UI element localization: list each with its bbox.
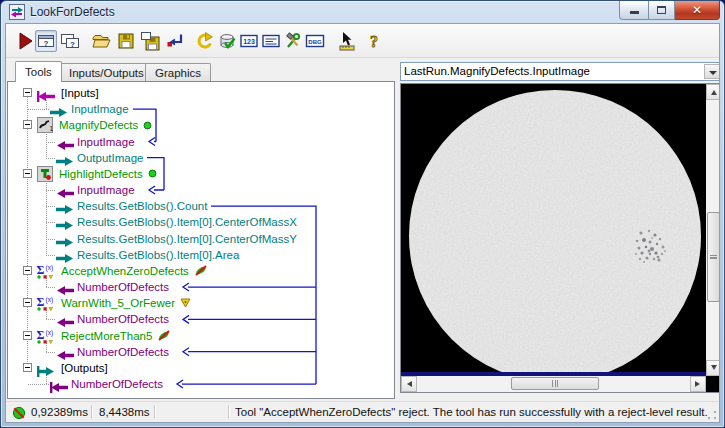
undo-icon [194, 31, 214, 51]
tree-connector-line [28, 109, 50, 110]
tree-item-label[interactable]: AcceptWhenZeroDefects [61, 263, 189, 279]
tree-item-label[interactable]: RejectMoreThan5 [61, 328, 152, 344]
tree-item-label[interactable]: Results.GetBlobs().Item[0].CenterOfMassY [77, 231, 297, 247]
tree-row: NumberOfDefects [8, 344, 392, 360]
horizontal-scrollbar[interactable] [401, 376, 706, 392]
tree-row: NumberOfDefects [8, 376, 392, 392]
svg-text:?: ? [370, 33, 378, 50]
combobox-dropdown-button[interactable] [704, 64, 720, 79]
tree-item-label[interactable]: NumberOfDefects [77, 311, 169, 327]
maximize-button[interactable] [648, 1, 675, 20]
client-area: ??123DBG? Tools Inputs/Outputs Graphics … [5, 23, 720, 423]
tree-connector-line [46, 239, 56, 240]
tree-item-label[interactable]: InputImage [71, 101, 129, 117]
close-button[interactable]: ✕ [675, 1, 720, 20]
ran-status-dot-icon [143, 121, 152, 130]
defect-speckle [649, 253, 651, 255]
tree-item-label[interactable]: HighlightDefects [59, 166, 143, 182]
titlebar: LookForDefects ✕ [1, 1, 724, 23]
vertical-scroll-thumb[interactable] [707, 212, 720, 302]
job-display-button[interactable]: ? [35, 30, 57, 52]
total-time: 8,4438ms [99, 402, 150, 423]
tree-item-label[interactable]: Results.GetBlobs().Item[0].CenterOfMassX [77, 214, 297, 230]
tree-expander-minus[interactable] [23, 298, 32, 307]
app-window: LookForDefects ✕ ??123DBG? Tools Inputs/… [0, 0, 725, 428]
svg-text:Σ: Σ [37, 263, 45, 277]
database-check-icon [217, 31, 237, 51]
tree-expander-minus[interactable] [23, 363, 32, 372]
tree-expander-minus[interactable] [23, 266, 32, 275]
floating-display-button[interactable]: ? [59, 30, 81, 52]
undo-button[interactable] [193, 30, 215, 52]
tree-item-label[interactable]: NumberOfDefects [77, 279, 169, 295]
separator [154, 405, 155, 419]
pointer-measure-button[interactable] [336, 30, 358, 52]
svg-text:Σ: Σ [37, 328, 45, 342]
defect-speckle [641, 252, 644, 255]
job-display-icon: ? [36, 31, 56, 51]
image-selector-value: LastRun.MagnifyDefects.InputImage [404, 63, 703, 80]
scroll-down-button[interactable] [706, 360, 720, 376]
tree-item-label[interactable]: InputImage [77, 182, 135, 198]
scroll-up-button[interactable] [706, 84, 720, 100]
tree-row: OutputImage [8, 150, 392, 166]
save-as-button[interactable] [139, 30, 161, 52]
report-button[interactable] [260, 30, 282, 52]
tree-connector-line [28, 384, 50, 385]
svg-text:(x): (x) [46, 296, 54, 304]
tree-item-label[interactable]: MagnifyDefects [59, 117, 138, 133]
tree-expander-minus[interactable] [23, 169, 32, 178]
tree-item-label[interactable]: [Inputs] [61, 85, 99, 101]
scroll-right-button[interactable] [690, 376, 706, 392]
tree-item-label[interactable]: Results.GetBlobs().Item[0].Area [77, 247, 239, 263]
tree-row: InputImage [8, 182, 392, 198]
tab-graphics[interactable]: Graphics [145, 63, 211, 81]
revert-button[interactable] [164, 30, 186, 52]
defect-speckle [643, 261, 645, 263]
tree-item-label[interactable]: Results.GetBlobs().Count [77, 198, 207, 214]
horizontal-scroll-thumb[interactable] [511, 377, 599, 390]
tree-row: Results.GetBlobs().Item[0].CenterOfMassY [8, 231, 392, 247]
tab-tools[interactable]: Tools [15, 61, 62, 82]
tree-expander-minus[interactable] [23, 120, 32, 129]
tree-expander-minus[interactable] [23, 331, 32, 340]
minimize-icon [630, 11, 639, 14]
options-button[interactable] [282, 30, 304, 52]
toolbar: ??123DBG? [6, 24, 719, 58]
minimize-button[interactable] [619, 1, 648, 20]
image-selector-combobox[interactable]: LastRun.MagnifyDefects.InputImage [400, 62, 720, 81]
tree-item-label[interactable]: InputImage [77, 134, 135, 150]
database-check-button[interactable] [216, 30, 238, 52]
tree-connector-line [46, 352, 56, 353]
tree-item-label[interactable]: WarnWith_5_OrFewer [61, 295, 175, 311]
numeric-results-button[interactable]: 123 [238, 30, 260, 52]
image-viewport[interactable] [401, 84, 706, 372]
run-button[interactable] [14, 30, 36, 52]
tree-item-label[interactable]: [Outputs] [61, 360, 108, 376]
sigma-compare-tool-icon: Σ(x) [36, 295, 58, 311]
tree-connector-line [46, 319, 56, 320]
tree-row: Results.GetBlobs().Count [8, 198, 392, 214]
window-controls: ✕ [619, 1, 720, 20]
help-button[interactable]: ? [363, 30, 385, 52]
defect-speckle [659, 238, 661, 240]
debug-button[interactable]: DBG [304, 30, 326, 52]
scroll-left-button[interactable] [401, 376, 417, 392]
defect-speckle [656, 243, 658, 245]
status-bar: 0,92389ms 8,4438ms Tool "AcceptWhenZeroD… [6, 401, 719, 422]
vertical-scrollbar[interactable] [706, 84, 720, 376]
tree-item-label[interactable]: NumberOfDefects [77, 344, 169, 360]
pointer-measure-icon [337, 31, 357, 51]
resize-grip[interactable] [707, 410, 717, 420]
tree-connector-line [46, 287, 56, 288]
tab-inputs-outputs[interactable]: Inputs/Outputs [59, 63, 154, 81]
tree-item-label[interactable]: NumberOfDefects [71, 376, 163, 392]
save-button[interactable] [115, 30, 137, 52]
execution-time: 0,92389ms [31, 402, 88, 423]
open-button[interactable] [90, 30, 112, 52]
defect-speckle [648, 230, 650, 232]
svg-text:(x): (x) [46, 264, 54, 272]
tree-item-label[interactable]: OutputImage [77, 150, 143, 166]
tree-expander-minus[interactable] [23, 88, 32, 97]
up-arrow-icon [711, 87, 717, 95]
